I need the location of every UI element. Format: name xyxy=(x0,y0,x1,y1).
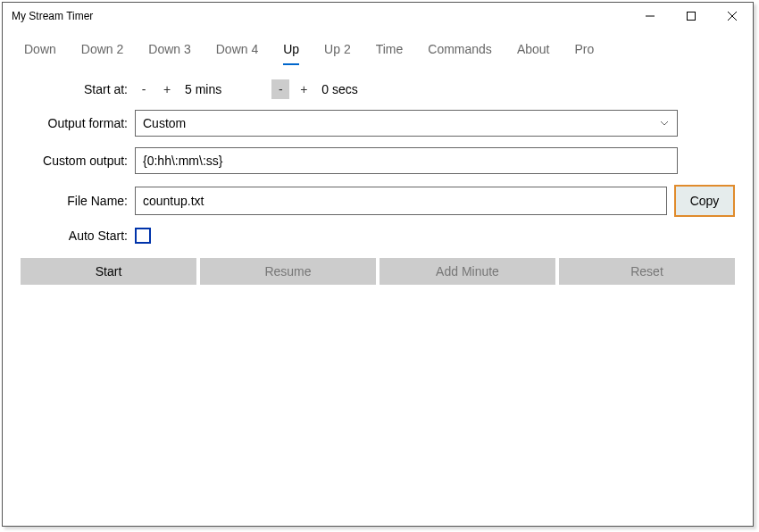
custom-output-label: Custom output: xyxy=(21,154,128,168)
window-title: My Stream Timer xyxy=(12,10,93,22)
custom-output-row: Custom output: xyxy=(21,147,735,174)
tab-down-3[interactable]: Down 3 xyxy=(136,35,203,63)
auto-start-row: Auto Start: xyxy=(21,228,735,244)
reset-button[interactable]: Reset xyxy=(559,258,735,285)
app-window: My Stream Timer Down Down 2 Down 3 Down … xyxy=(2,2,754,527)
resume-button[interactable]: Resume xyxy=(200,258,376,285)
svg-rect-1 xyxy=(688,12,696,21)
tab-about[interactable]: About xyxy=(505,35,563,63)
secs-decrement-button[interactable]: - xyxy=(271,79,289,99)
tab-time[interactable]: Time xyxy=(363,35,416,63)
tab-up[interactable]: Up xyxy=(271,35,312,63)
auto-start-label: Auto Start: xyxy=(21,229,128,243)
add-minute-button[interactable]: Add Minute xyxy=(380,258,555,285)
output-format-row: Output format: Custom xyxy=(21,110,735,137)
close-button[interactable] xyxy=(712,3,753,29)
titlebar: My Stream Timer xyxy=(3,3,753,29)
mins-increment-button[interactable]: + xyxy=(158,79,176,99)
start-at-row: Start at: - + 5 mins - + 0 secs xyxy=(21,79,735,99)
output-format-value: Custom xyxy=(143,116,659,130)
copy-button[interactable]: Copy xyxy=(674,185,735,217)
minimize-icon xyxy=(646,12,655,21)
action-row: Start Resume Add Minute Reset xyxy=(21,258,735,285)
auto-start-checkbox[interactable] xyxy=(135,228,151,244)
start-at-group: - + 5 mins - + 0 secs xyxy=(135,79,362,99)
tab-up-2[interactable]: Up 2 xyxy=(312,35,363,63)
file-name-row: File Name: Copy xyxy=(21,185,735,217)
chevron-down-icon xyxy=(659,118,670,129)
secs-value: 0 secs xyxy=(318,82,361,96)
output-format-label: Output format: xyxy=(21,116,128,130)
minimize-button[interactable] xyxy=(630,3,671,29)
file-name-label: File Name: xyxy=(21,194,128,208)
mins-value: 5 mins xyxy=(181,82,225,96)
tab-down-2[interactable]: Down 2 xyxy=(69,35,136,63)
start-at-label: Start at: xyxy=(21,82,128,96)
tab-pro[interactable]: Pro xyxy=(562,35,606,63)
output-format-select[interactable]: Custom xyxy=(135,110,678,137)
tab-bar: Down Down 2 Down 3 Down 4 Up Up 2 Time C… xyxy=(3,29,753,63)
maximize-button[interactable] xyxy=(671,3,712,29)
content-area: Start at: - + 5 mins - + 0 secs Output f… xyxy=(3,63,753,294)
tab-down[interactable]: Down xyxy=(12,35,69,63)
maximize-icon xyxy=(687,12,696,21)
close-icon xyxy=(728,12,737,21)
tab-down-4[interactable]: Down 4 xyxy=(204,35,271,63)
secs-increment-button[interactable]: + xyxy=(295,79,313,99)
custom-output-input[interactable] xyxy=(135,147,678,174)
start-button[interactable]: Start xyxy=(21,258,196,285)
mins-decrement-button[interactable]: - xyxy=(135,79,153,99)
file-name-input[interactable] xyxy=(135,187,667,215)
tab-commands[interactable]: Commands xyxy=(415,35,505,63)
